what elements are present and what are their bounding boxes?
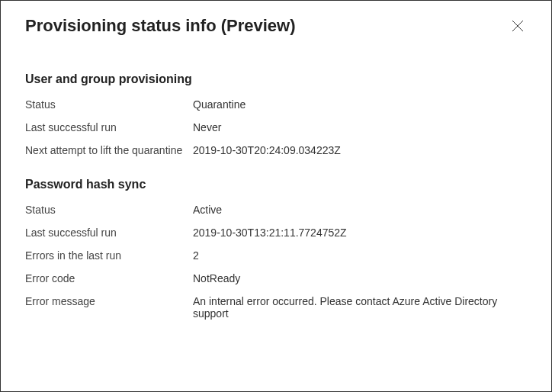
user-group-section: User and group provisioning Status Quara… [25,72,527,156]
phs-status-row: Status Active [25,204,527,216]
phs-errors-value: 2 [193,249,527,262]
next-attempt-value: 2019-10-30T20:24:09.034223Z [193,144,527,156]
phs-error-msg-row: Error message An internal error occurred… [25,295,527,320]
status-row: Status Quarantine [25,98,527,111]
phs-error-code-value: NotReady [193,272,527,284]
next-attempt-label: Next attempt to lift the quarantine [25,144,193,156]
last-run-value: Never [193,121,527,133]
phs-errors-label: Errors in the last run [25,249,193,262]
phs-errors-row: Errors in the last run 2 [25,249,527,262]
status-value: Quarantine [193,98,527,111]
phs-last-run-value: 2019-10-30T13:21:11.7724752Z [193,227,527,239]
last-run-label: Last successful run [25,121,193,133]
phs-status-label: Status [25,204,193,216]
phs-error-code-label: Error code [25,272,193,284]
password-hash-section: Password hash sync Status Active Last su… [25,178,527,320]
phs-error-msg-label: Error message [25,295,193,307]
close-button[interactable] [509,17,527,35]
password-hash-heading: Password hash sync [25,178,527,191]
phs-last-run-label: Last successful run [25,227,193,239]
next-attempt-row: Next attempt to lift the quarantine 2019… [25,144,527,156]
status-label: Status [25,98,193,111]
last-run-row: Last successful run Never [25,121,527,133]
panel-header: Provisioning status info (Preview) [25,16,527,36]
phs-error-code-row: Error code NotReady [25,272,527,284]
provisioning-status-panel: Provisioning status info (Preview) User … [1,1,551,391]
phs-error-msg-value: An internal error occurred. Please conta… [193,295,527,320]
user-group-heading: User and group provisioning [25,72,527,86]
phs-status-value: Active [193,204,527,216]
panel-title: Provisioning status info (Preview) [25,16,296,36]
close-icon [512,20,524,32]
phs-last-run-row: Last successful run 2019-10-30T13:21:11.… [25,227,527,239]
